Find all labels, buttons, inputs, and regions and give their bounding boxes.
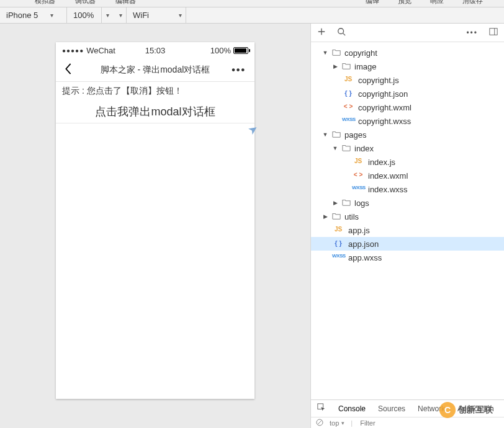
tree-label: copyright.wxss xyxy=(358,117,411,126)
file-index.wxss[interactable]: WXSSindex.wxss xyxy=(311,182,504,196)
phone-status-bar: ●●●●● WeChat 15:03 100% xyxy=(56,42,254,58)
page-title: 脚本之家 - 弹出modal对话框 xyxy=(56,65,254,76)
folder-utils[interactable]: ▶utils xyxy=(311,210,504,223)
file-tree[interactable]: ▼copyright▶imageJScopyright.js{ }copyrig… xyxy=(311,42,504,399)
zoom-dropdown[interactable]: 100% ▾ xyxy=(67,7,102,24)
file-copyright.js[interactable]: JScopyright.js xyxy=(311,73,504,87)
more-icon[interactable]: ••• xyxy=(466,29,478,37)
phone-frame: ●●●●● WeChat 15:03 100% xyxy=(56,42,254,399)
device-label: iPhone 5 xyxy=(6,11,38,20)
device-toolbar: iPhone 5 ▾ 100% ▾ ▾ WiFi ▾ xyxy=(0,7,504,24)
svg-rect-1 xyxy=(490,29,497,35)
file-app.js[interactable]: JSapp.js xyxy=(311,223,504,237)
tree-label: logs xyxy=(354,198,369,208)
tab-console[interactable]: Console xyxy=(338,404,366,413)
tree-label: image xyxy=(354,62,376,71)
device-dropdown[interactable]: iPhone 5 ▾ xyxy=(0,7,67,24)
tree-label: copyright.json xyxy=(358,89,408,99)
context-dropdown[interactable]: top ▾ xyxy=(330,419,344,427)
tab-sources[interactable]: Sources xyxy=(378,404,405,413)
tree-label: index.js xyxy=(368,158,395,167)
tree-label: index xyxy=(354,144,374,153)
tree-label: index.wxss xyxy=(368,185,408,194)
tab-resp[interactable]: 响应 xyxy=(426,0,448,7)
chevron-down-icon: ▾ xyxy=(50,12,53,19)
tree-label: utils xyxy=(344,212,359,221)
clear-console-icon[interactable] xyxy=(316,419,323,427)
tree-label: copyright.wxml xyxy=(358,103,412,112)
tree-label: copyright xyxy=(344,48,377,58)
cursor-icon: ➤ xyxy=(245,122,261,138)
console-toolbar: top ▾ | xyxy=(311,417,504,428)
chevron-down-icon: ▾ xyxy=(341,420,344,426)
folder-image[interactable]: ▶image xyxy=(311,60,504,73)
tip-text: 提示 : 您点击了【取消】按钮！ xyxy=(56,82,254,100)
tab-compile[interactable]: 编译 xyxy=(362,0,383,7)
search-button[interactable] xyxy=(337,27,346,38)
folder-icon xyxy=(342,143,351,154)
file-app.json[interactable]: { }app.json xyxy=(311,237,504,251)
inspect-icon[interactable] xyxy=(317,403,326,414)
svg-point-0 xyxy=(338,29,344,34)
folder-icon xyxy=(342,198,351,208)
watermark: C 创新互联 xyxy=(439,402,493,418)
side-panel: ••• ▼copyright▶imageJScopyright.js{ }cop… xyxy=(310,24,504,428)
context-label: top xyxy=(330,419,339,427)
folder-icon xyxy=(332,48,341,58)
folder-index[interactable]: ▼index xyxy=(311,141,504,155)
filter-input[interactable] xyxy=(359,419,396,427)
tab-debugger[interactable]: 调试器 xyxy=(71,0,99,7)
tab-editor[interactable]: 编辑器 xyxy=(112,0,140,7)
editor-tabs: 模拟器 调试器 编辑器 编译 预览 响应 清缓存 xyxy=(0,0,504,7)
network-dropdown[interactable]: WiFi ▾ xyxy=(127,7,186,24)
tree-label: index.wxml xyxy=(368,171,408,181)
phone-navbar: 脚本之家 - 弹出modal对话框 ••• xyxy=(56,58,254,82)
chevron-down-icon: ▾ xyxy=(179,12,182,19)
tab-preview[interactable]: 预览 xyxy=(394,0,415,7)
tab-simulator[interactable]: 模拟器 xyxy=(31,0,59,7)
folder-logs[interactable]: ▶logs xyxy=(311,196,504,210)
tree-label: copyright.js xyxy=(358,76,399,85)
tree-label: app.json xyxy=(348,239,379,249)
twisty-icon: ▶ xyxy=(332,200,338,206)
file-index.js[interactable]: JSindex.js xyxy=(311,155,504,169)
zoom-label: 100% xyxy=(73,11,94,20)
file-copyright.json[interactable]: { }copyright.json xyxy=(311,87,504,100)
folder-pages[interactable]: ▼pages xyxy=(311,128,504,141)
chevron-down-icon: ▾ xyxy=(119,12,122,19)
folder-icon xyxy=(332,212,341,222)
file-toolbar: ••• xyxy=(311,24,504,42)
panel-toggle-icon[interactable] xyxy=(489,27,498,38)
folder-copyright[interactable]: ▼copyright xyxy=(311,46,504,60)
twisty-icon: ▼ xyxy=(322,50,328,56)
tab-clear[interactable]: 清缓存 xyxy=(459,0,487,7)
battery-icon xyxy=(233,47,248,54)
watermark-text: 创新互联 xyxy=(458,404,493,416)
file-app.wxss[interactable]: WXSSapp.wxss xyxy=(311,251,504,264)
watermark-icon: C xyxy=(439,402,456,418)
file-copyright.wxml[interactable]: < >copyright.wxml xyxy=(311,100,504,114)
folder-icon xyxy=(342,61,351,72)
tree-label: app.wxss xyxy=(348,253,382,262)
zoom-extra-dropdown[interactable]: ▾ xyxy=(102,7,127,24)
add-file-button[interactable] xyxy=(317,27,326,38)
file-copyright.wxss[interactable]: WXSScopyright.wxss xyxy=(311,114,504,128)
network-label: WiFi xyxy=(133,11,149,20)
twisty-icon: ▶ xyxy=(322,213,328,220)
twisty-icon: ▼ xyxy=(332,145,338,151)
twisty-icon: ▼ xyxy=(322,132,328,138)
file-index.wxml[interactable]: < >index.wxml xyxy=(311,169,504,182)
tree-label: app.js xyxy=(348,226,370,235)
folder-icon xyxy=(332,130,341,140)
open-modal-button[interactable]: 点击我弹出modal对话框 xyxy=(56,100,254,123)
twisty-icon: ▶ xyxy=(332,63,338,69)
clock: 15:03 xyxy=(56,46,254,55)
tree-label: pages xyxy=(344,130,366,140)
simulator-stage: ●●●●● WeChat 15:03 100% xyxy=(0,24,310,428)
